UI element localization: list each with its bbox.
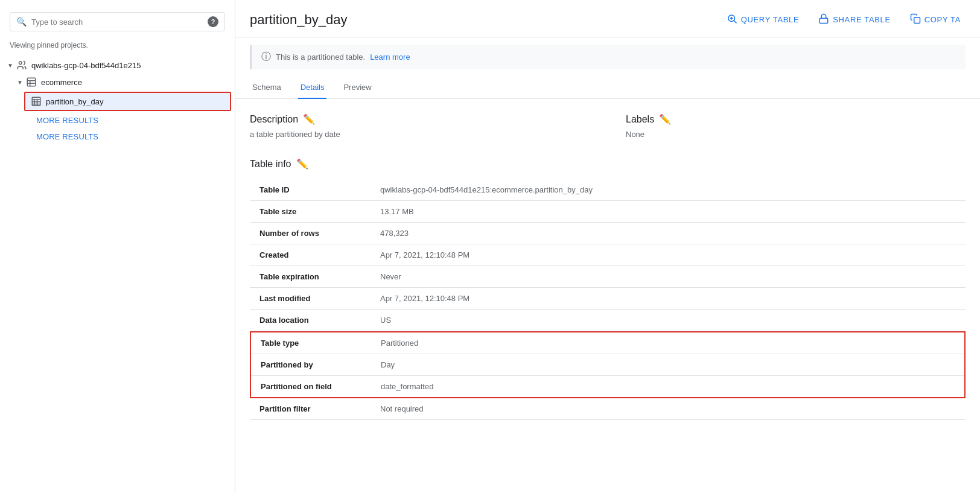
- table-row: Number of rows 478,323: [250, 223, 966, 244]
- svg-point-0: [19, 62, 22, 65]
- table-info-edit-icon[interactable]: ✏️: [296, 158, 308, 170]
- tabs: Schema Details Preview: [235, 77, 980, 99]
- partition-type-row: Table type Partitioned: [250, 332, 965, 354]
- svg-rect-15: [820, 18, 829, 23]
- table-row: Last modified Apr 7, 2021, 12:10:48 PM: [250, 288, 966, 310]
- sidebar-item-dataset[interactable]: ▼ ecommerce: [0, 74, 235, 91]
- table-size-key: Table size: [250, 201, 371, 223]
- query-table-label: QUERY TABLE: [741, 15, 800, 24]
- partitioned-notice: ⓘ This is a partitioned table. Learn mor…: [250, 45, 966, 69]
- table-row: Table expiration Never: [250, 266, 966, 288]
- tab-schema[interactable]: Schema: [250, 77, 284, 99]
- table-row: Data location US: [250, 310, 966, 331]
- table-size-value: 13.17 MB: [371, 201, 966, 223]
- table-info-table: Table ID qwiklabs-gcp-04-bdf544d1e215:ec…: [250, 179, 966, 331]
- partition-filter-table: Partition filter Not required: [250, 398, 966, 420]
- labels-section: Labels ✏️ None: [626, 113, 966, 139]
- page-title: partition_by_day: [250, 12, 712, 28]
- table-info-title: Table info ✏️: [250, 158, 966, 170]
- num-rows-key: Number of rows: [250, 223, 371, 244]
- sidebar-item-table[interactable]: partition_by_day: [24, 92, 231, 111]
- description-title: Description ✏️: [250, 113, 590, 125]
- main-header: partition_by_day QUERY TABLE: [235, 0, 980, 37]
- svg-rect-16: [914, 17, 920, 24]
- tab-details[interactable]: Details: [298, 77, 327, 99]
- sidebar-item-project[interactable]: ▼ qwiklabs-gcp-04-bdf544d1e215: [0, 57, 235, 74]
- partition-table: Table type Partitioned Partitioned by Da…: [250, 331, 966, 398]
- search-input[interactable]: [31, 17, 203, 27]
- more-results-1[interactable]: MORE RESULTS: [0, 112, 235, 129]
- partitioned-by-row: Partitioned by Day: [250, 354, 965, 376]
- labels-title: Labels ✏️: [626, 113, 966, 125]
- labels-edit-icon[interactable]: ✏️: [659, 113, 671, 125]
- partition-filter-key: Partition filter: [250, 398, 371, 420]
- notice-text: This is a partitioned table.: [276, 52, 365, 62]
- query-table-button[interactable]: QUERY TABLE: [722, 10, 804, 30]
- chevron-dataset: ▼: [14, 79, 25, 86]
- share-table-button[interactable]: SHARE TABLE: [813, 10, 896, 30]
- last-modified-value: Apr 7, 2021, 12:10:48 PM: [371, 288, 966, 310]
- copy-table-label: COPY TA: [924, 15, 961, 24]
- content-area: Description ✏️ a table partitioned by da…: [235, 99, 980, 434]
- table-id-key: Table ID: [250, 179, 371, 201]
- num-rows-value: 478,323: [371, 223, 966, 244]
- description-value: a table partitioned by date: [250, 130, 590, 139]
- search-box[interactable]: 🔍 ?: [10, 12, 225, 31]
- dataset-label: ecommerce: [41, 78, 82, 87]
- meta-row: Description ✏️ a table partitioned by da…: [250, 113, 966, 139]
- partition-filter-row: Partition filter Not required: [250, 398, 966, 420]
- table-label: partition_by_day: [46, 97, 103, 106]
- partitioned-on-key: Partitioned on field: [250, 376, 371, 398]
- partitioned-by-key: Partitioned by: [250, 354, 371, 376]
- help-icon[interactable]: ?: [208, 16, 218, 27]
- project-label: qwiklabs-gcp-04-bdf544d1e215: [31, 61, 141, 70]
- info-icon: ⓘ: [261, 51, 271, 63]
- labels-value: None: [626, 130, 966, 139]
- share-table-label: SHARE TABLE: [833, 15, 891, 24]
- share-icon: [818, 13, 829, 26]
- expiration-value: Never: [371, 266, 966, 288]
- description-section: Description ✏️ a table partitioned by da…: [250, 113, 590, 139]
- table-type-key: Table type: [250, 332, 371, 354]
- table-row: Table ID qwiklabs-gcp-04-bdf544d1e215:ec…: [250, 179, 966, 201]
- data-location-value: US: [371, 310, 966, 331]
- created-key: Created: [250, 244, 371, 266]
- table-type-value: Partitioned: [371, 332, 965, 354]
- svg-rect-1: [27, 78, 36, 86]
- more-results-2[interactable]: MORE RESULTS: [0, 129, 235, 145]
- tab-preview[interactable]: Preview: [341, 77, 374, 99]
- dataset-icon: [25, 76, 37, 88]
- partitioned-by-value: Day: [371, 354, 965, 376]
- table-row: Created Apr 7, 2021, 12:10:48 PM: [250, 244, 966, 266]
- table-icon: [30, 95, 42, 107]
- last-modified-key: Last modified: [250, 288, 371, 310]
- copy-icon: [910, 13, 921, 26]
- created-value: Apr 7, 2021, 12:10:48 PM: [371, 244, 966, 266]
- expiration-key: Table expiration: [250, 266, 371, 288]
- header-actions: QUERY TABLE SHARE TABLE: [722, 10, 966, 30]
- learn-more-link[interactable]: Learn more: [370, 52, 410, 62]
- description-edit-icon[interactable]: ✏️: [303, 113, 315, 125]
- query-icon: [727, 13, 737, 26]
- partitioned-on-value: date_formatted: [371, 376, 965, 398]
- table-row: Table size 13.17 MB: [250, 201, 966, 223]
- viewing-label: Viewing pinned projects.: [0, 41, 235, 57]
- partitioned-on-field-row: Partitioned on field date_formatted: [250, 376, 965, 398]
- copy-table-button[interactable]: COPY TA: [905, 10, 966, 30]
- chevron-project: ▼: [5, 62, 16, 69]
- svg-line-12: [734, 21, 736, 23]
- data-location-key: Data location: [250, 310, 371, 331]
- table-id-value: qwiklabs-gcp-04-bdf544d1e215:ecommerce.p…: [371, 179, 966, 201]
- project-icon: [16, 59, 28, 71]
- search-icon: 🔍: [16, 17, 27, 27]
- partition-filter-value: Not required: [371, 398, 966, 420]
